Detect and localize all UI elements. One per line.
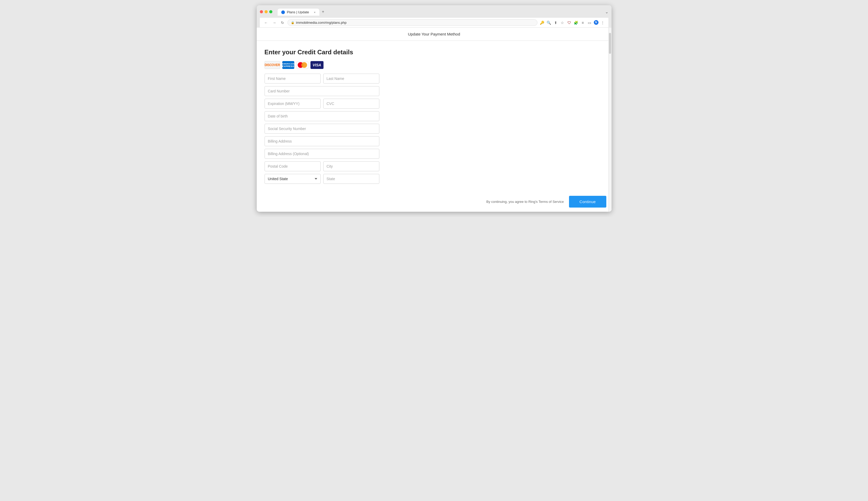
terms-text: By continuing, you agree to Ring's Terms… xyxy=(486,200,564,204)
key-icon[interactable]: 🔑 xyxy=(539,20,545,25)
maximize-button[interactable] xyxy=(269,10,272,13)
ssn-row xyxy=(265,124,380,134)
dob-input[interactable] xyxy=(265,111,380,121)
continue-button[interactable]: Continue xyxy=(569,196,606,207)
minimize-button[interactable] xyxy=(265,10,268,13)
card-number-field xyxy=(265,86,380,96)
city-input[interactable] xyxy=(323,161,380,171)
lock-icon: 🔒 xyxy=(291,21,295,24)
name-row xyxy=(265,74,380,84)
toolbar-icons: 🔑 🔍 ⬆ ☆ 🛡 🧩 ≡ ▭ N ⋮ xyxy=(539,20,605,25)
form-container: Enter your Credit Card details DISCOVER … xyxy=(257,41,387,192)
billing-address-input[interactable] xyxy=(265,136,380,146)
list-icon[interactable]: ≡ xyxy=(580,20,585,25)
puzzle-icon[interactable]: 🧩 xyxy=(573,20,579,25)
url-text: immobilmedia.com/ring/plans.php xyxy=(296,21,347,24)
postal-city-row xyxy=(265,161,380,171)
expiration-input[interactable] xyxy=(265,99,321,109)
cvc-input[interactable] xyxy=(323,99,380,109)
country-state-row: United State United States Canada United… xyxy=(265,174,380,184)
billing-address-field xyxy=(265,136,380,146)
card-logos: DISCOVER AMERICAN EXPRESS VISA xyxy=(265,61,380,69)
discover-logo: DISCOVER xyxy=(265,61,280,69)
shield-icon[interactable]: 🛡 xyxy=(567,20,572,25)
address-bar-row: ← → ↻ 🔒 immobilmedia.com/ring/plans.php … xyxy=(260,18,608,28)
mastercard-logo xyxy=(296,61,308,69)
billing-address2-input[interactable] xyxy=(265,149,380,159)
window-controls: ⌄ xyxy=(605,9,608,14)
user-avatar[interactable]: N xyxy=(594,20,598,25)
dob-field xyxy=(265,111,380,121)
active-tab[interactable]: Plans | Update × xyxy=(278,9,319,16)
tab-title: Plans | Update xyxy=(287,10,309,14)
country-select[interactable]: United State United States Canada United… xyxy=(265,174,321,184)
scrollbar-thumb[interactable] xyxy=(609,33,611,54)
postal-code-field xyxy=(265,161,321,171)
page-header: Update Your Payment Method xyxy=(257,28,612,41)
new-tab-button[interactable]: + xyxy=(319,8,327,16)
refresh-button[interactable]: ↻ xyxy=(280,20,285,25)
ssn-input[interactable] xyxy=(265,124,380,134)
card-number-input[interactable] xyxy=(265,86,380,96)
menu-icon[interactable]: ⋮ xyxy=(600,20,605,25)
share-icon[interactable]: ⬆ xyxy=(553,20,558,25)
scrollbar[interactable] xyxy=(608,28,612,212)
url-bar[interactable]: 🔒 immobilmedia.com/ring/plans.php xyxy=(287,19,537,26)
state-field xyxy=(323,174,380,184)
last-name-field xyxy=(323,74,380,84)
city-field xyxy=(323,161,380,171)
page-footer: By continuing, you agree to Ring's Terms… xyxy=(257,192,612,212)
first-name-input[interactable] xyxy=(265,74,321,84)
page-header-title: Update Your Payment Method xyxy=(408,32,460,36)
first-name-field xyxy=(265,74,321,84)
close-button[interactable] xyxy=(260,10,263,13)
page-content: Update Your Payment Method Enter your Cr… xyxy=(257,28,612,212)
expiration-cvc-row xyxy=(265,99,380,109)
billing-address-row xyxy=(265,136,380,146)
tab-favicon xyxy=(281,10,285,14)
country-field: United State United States Canada United… xyxy=(265,174,321,184)
zoom-icon[interactable]: 🔍 xyxy=(546,20,551,25)
ssn-field xyxy=(265,124,380,134)
visa-logo: VISA xyxy=(310,61,323,69)
sidebar-icon[interactable]: ▭ xyxy=(587,20,592,25)
tab-close-button[interactable]: × xyxy=(314,11,316,14)
last-name-input[interactable] xyxy=(323,74,380,84)
billing-address2-field xyxy=(265,149,380,159)
cvc-field xyxy=(323,99,380,109)
billing-address2-row xyxy=(265,149,380,159)
dob-row xyxy=(265,111,380,121)
bookmark-icon[interactable]: ☆ xyxy=(560,20,565,25)
expiration-field xyxy=(265,99,321,109)
card-number-row xyxy=(265,86,380,96)
postal-code-input[interactable] xyxy=(265,161,321,171)
state-input[interactable] xyxy=(323,174,380,184)
form-title: Enter your Credit Card details xyxy=(265,49,380,56)
back-button[interactable]: ← xyxy=(263,20,269,25)
forward-button[interactable]: → xyxy=(271,20,278,25)
amex-logo: AMERICAN EXPRESS xyxy=(282,61,294,69)
